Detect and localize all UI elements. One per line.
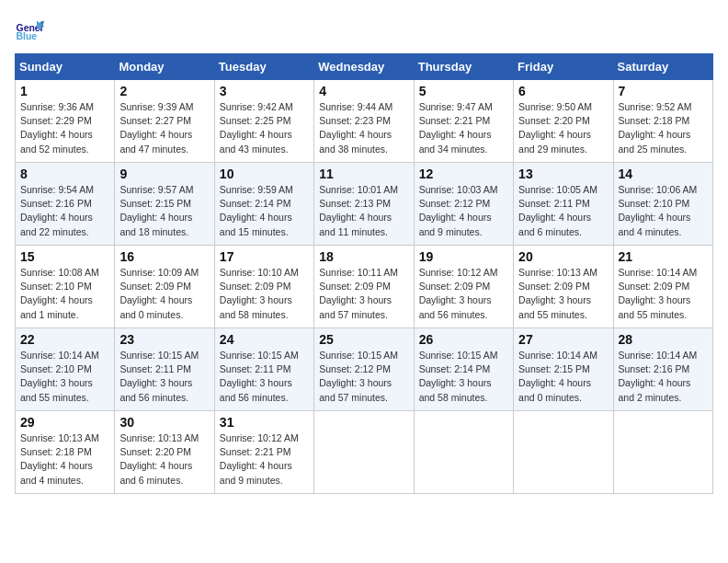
day-cell: 30 Sunrise: 10:13 AMSunset: 2:20 PMDayli… <box>115 411 214 494</box>
day-number: 4 <box>319 84 408 98</box>
day-number: 28 <box>619 332 708 347</box>
day-cell: 22 Sunrise: 10:14 AMSunset: 2:10 PMDayli… <box>16 328 115 411</box>
day-number: 22 <box>20 332 109 347</box>
day-detail: Sunrise: 10:14 AMSunset: 2:10 PMDaylight… <box>20 350 99 403</box>
day-detail: Sunrise: 10:13 AMSunset: 2:20 PMDaylight… <box>119 432 199 486</box>
day-detail: Sunrise: 10:03 AMSunset: 2:12 PMDaylight… <box>419 184 498 237</box>
day-cell: 19 Sunrise: 10:12 AMSunset: 2:09 PMDayli… <box>414 246 513 328</box>
logo-icon: General Blue <box>15 15 44 44</box>
day-detail: Sunrise: 10:11 AMSunset: 2:09 PMDaylight… <box>319 267 398 320</box>
day-number: 8 <box>20 167 109 181</box>
day-detail: Sunrise: 10:01 AMSunset: 2:13 PMDaylight… <box>319 184 398 237</box>
day-detail: Sunrise: 9:54 AMSunset: 2:16 PMDaylight:… <box>20 184 94 237</box>
day-number: 13 <box>518 167 608 181</box>
day-number: 26 <box>419 332 508 347</box>
header-tuesday: Tuesday <box>214 54 313 80</box>
day-cell: 17 Sunrise: 10:10 AMSunset: 2:09 PMDayli… <box>214 246 313 328</box>
day-cell: 9 Sunrise: 9:57 AMSunset: 2:15 PMDayligh… <box>115 163 214 246</box>
day-detail: Sunrise: 10:14 AMSunset: 2:16 PMDaylight… <box>619 350 698 403</box>
day-detail: Sunrise: 10:14 AMSunset: 2:15 PMDaylight… <box>518 350 597 403</box>
day-cell: 2 Sunrise: 9:39 AMSunset: 2:27 PMDayligh… <box>115 80 214 163</box>
day-number: 6 <box>518 84 608 98</box>
day-number: 7 <box>619 84 708 98</box>
day-number: 11 <box>319 167 408 181</box>
day-number: 24 <box>220 332 309 347</box>
header-monday: Monday <box>115 54 214 80</box>
day-detail: Sunrise: 10:13 AMSunset: 2:18 PMDaylight… <box>20 432 99 486</box>
day-cell: 11 Sunrise: 10:01 AMSunset: 2:13 PMDayli… <box>314 163 414 246</box>
day-detail: Sunrise: 10:13 AMSunset: 2:09 PMDaylight… <box>518 267 597 320</box>
day-number: 15 <box>20 249 109 264</box>
header-saturday: Saturday <box>613 54 712 80</box>
week-row-4: 22 Sunrise: 10:14 AMSunset: 2:10 PMDayli… <box>16 328 713 411</box>
day-cell: 3 Sunrise: 9:42 AMSunset: 2:25 PMDayligh… <box>214 80 313 163</box>
day-cell: 29 Sunrise: 10:13 AMSunset: 2:18 PMDayli… <box>16 411 115 494</box>
day-cell: 21 Sunrise: 10:14 AMSunset: 2:09 PMDayli… <box>613 246 712 328</box>
day-detail: Sunrise: 9:44 AMSunset: 2:23 PMDaylight:… <box>319 101 392 155</box>
header-friday: Friday <box>514 54 613 80</box>
day-cell: 14 Sunrise: 10:06 AMSunset: 2:10 PMDayli… <box>613 163 712 246</box>
day-cell: 6 Sunrise: 9:50 AMSunset: 2:20 PMDayligh… <box>514 80 613 163</box>
day-cell: 1 Sunrise: 9:36 AMSunset: 2:29 PMDayligh… <box>16 80 115 163</box>
day-detail: Sunrise: 10:15 AMSunset: 2:14 PMDaylight… <box>419 350 498 403</box>
day-number: 19 <box>419 249 508 264</box>
day-detail: Sunrise: 9:36 AMSunset: 2:29 PMDaylight:… <box>20 101 94 155</box>
day-number: 3 <box>220 84 309 98</box>
day-number: 23 <box>119 332 209 347</box>
day-cell: 5 Sunrise: 9:47 AMSunset: 2:21 PMDayligh… <box>414 80 513 163</box>
day-detail: Sunrise: 10:15 AMSunset: 2:11 PMDaylight… <box>220 350 299 403</box>
day-number: 1 <box>20 84 109 98</box>
day-detail: Sunrise: 9:59 AMSunset: 2:14 PMDaylight:… <box>220 184 293 237</box>
svg-text:Blue: Blue <box>17 31 38 41</box>
day-detail: Sunrise: 10:09 AMSunset: 2:09 PMDaylight… <box>119 267 199 320</box>
day-detail: Sunrise: 9:50 AMSunset: 2:20 PMDaylight:… <box>518 101 592 155</box>
day-number: 18 <box>319 249 408 264</box>
day-cell: 10 Sunrise: 9:59 AMSunset: 2:14 PMDaylig… <box>214 163 313 246</box>
week-row-5: 29 Sunrise: 10:13 AMSunset: 2:18 PMDayli… <box>16 411 713 494</box>
day-number: 21 <box>619 249 708 264</box>
day-detail: Sunrise: 9:42 AMSunset: 2:25 PMDaylight:… <box>220 101 293 155</box>
day-detail: Sunrise: 10:15 AMSunset: 2:11 PMDaylight… <box>119 350 199 403</box>
header-wednesday: Wednesday <box>314 54 414 80</box>
day-cell <box>613 411 712 494</box>
day-cell: 31 Sunrise: 10:12 AMSunset: 2:21 PMDayli… <box>214 411 313 494</box>
day-cell: 7 Sunrise: 9:52 AMSunset: 2:18 PMDayligh… <box>613 80 712 163</box>
day-detail: Sunrise: 10:05 AMSunset: 2:11 PMDaylight… <box>518 184 597 237</box>
day-cell: 20 Sunrise: 10:13 AMSunset: 2:09 PMDayli… <box>514 246 613 328</box>
day-number: 10 <box>220 167 309 181</box>
day-cell: 24 Sunrise: 10:15 AMSunset: 2:11 PMDayli… <box>214 328 313 411</box>
day-number: 5 <box>419 84 508 98</box>
week-row-2: 8 Sunrise: 9:54 AMSunset: 2:16 PMDayligh… <box>16 163 713 246</box>
day-cell: 12 Sunrise: 10:03 AMSunset: 2:12 PMDayli… <box>414 163 513 246</box>
day-detail: Sunrise: 9:39 AMSunset: 2:27 PMDaylight:… <box>119 101 193 155</box>
day-detail: Sunrise: 9:52 AMSunset: 2:18 PMDaylight:… <box>619 101 692 155</box>
day-cell: 16 Sunrise: 10:09 AMSunset: 2:09 PMDayli… <box>115 246 214 328</box>
day-detail: Sunrise: 10:15 AMSunset: 2:12 PMDaylight… <box>319 350 398 403</box>
day-detail: Sunrise: 10:10 AMSunset: 2:09 PMDaylight… <box>220 267 299 320</box>
calendar-body: 1 Sunrise: 9:36 AMSunset: 2:29 PMDayligh… <box>16 80 713 494</box>
calendar-header-row: SundayMondayTuesdayWednesdayThursdayFrid… <box>16 54 713 80</box>
day-cell: 28 Sunrise: 10:14 AMSunset: 2:16 PMDayli… <box>613 328 712 411</box>
day-number: 2 <box>119 84 209 98</box>
day-cell: 25 Sunrise: 10:15 AMSunset: 2:12 PMDayli… <box>314 328 414 411</box>
header-thursday: Thursday <box>414 54 513 80</box>
day-cell: 23 Sunrise: 10:15 AMSunset: 2:11 PMDayli… <box>115 328 214 411</box>
day-number: 14 <box>619 167 708 181</box>
day-cell <box>414 411 513 494</box>
header-sunday: Sunday <box>16 54 115 80</box>
logo: General Blue <box>15 15 48 44</box>
day-cell: 18 Sunrise: 10:11 AMSunset: 2:09 PMDayli… <box>314 246 414 328</box>
week-row-1: 1 Sunrise: 9:36 AMSunset: 2:29 PMDayligh… <box>16 80 713 163</box>
day-detail: Sunrise: 10:12 AMSunset: 2:21 PMDaylight… <box>220 432 299 486</box>
day-detail: Sunrise: 10:12 AMSunset: 2:09 PMDaylight… <box>419 267 498 320</box>
day-number: 17 <box>220 249 309 264</box>
day-detail: Sunrise: 10:14 AMSunset: 2:09 PMDaylight… <box>619 267 698 320</box>
day-cell <box>514 411 613 494</box>
page-header: General Blue <box>15 15 713 44</box>
day-cell: 8 Sunrise: 9:54 AMSunset: 2:16 PMDayligh… <box>16 163 115 246</box>
day-number: 31 <box>220 415 309 430</box>
calendar-table: SundayMondayTuesdayWednesdayThursdayFrid… <box>15 53 713 494</box>
day-cell: 15 Sunrise: 10:08 AMSunset: 2:10 PMDayli… <box>16 246 115 328</box>
day-number: 25 <box>319 332 408 347</box>
day-cell: 4 Sunrise: 9:44 AMSunset: 2:23 PMDayligh… <box>314 80 414 163</box>
